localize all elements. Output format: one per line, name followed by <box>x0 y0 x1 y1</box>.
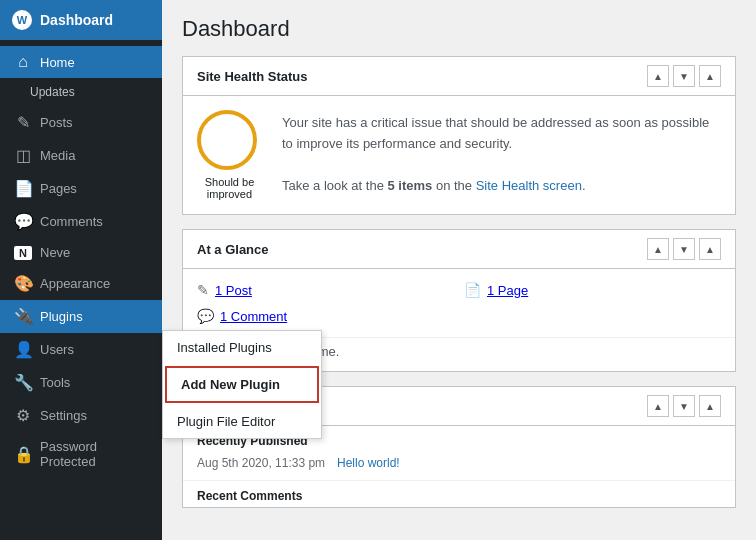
sidebar-item-media-label: Media <box>40 148 75 163</box>
post-icon: ✎ <box>197 282 209 298</box>
widget-at-a-glance-down-btn[interactable]: ▼ <box>673 238 695 260</box>
sidebar-item-home[interactable]: ⌂ Home <box>0 46 162 78</box>
glance-pages[interactable]: 📄 1 Page <box>464 279 721 301</box>
sidebar-item-users[interactable]: 👤 Users <box>0 333 162 366</box>
sidebar-item-comments-label: Comments <box>40 214 103 229</box>
posts-icon: ✎ <box>14 113 32 132</box>
sidebar-item-tools[interactable]: 🔧 Tools <box>0 366 162 399</box>
sidebar-item-plugins-label: Plugins <box>40 309 83 324</box>
widget-activity-collapse-btn[interactable]: ▲ <box>699 395 721 417</box>
glance-posts-link[interactable]: 1 Post <box>215 283 252 298</box>
sidebar-item-plugins[interactable]: 🔌 Plugins <box>0 300 162 333</box>
comments-icon: 💬 <box>14 212 32 231</box>
sidebar-item-settings[interactable]: ⚙ Settings <box>0 399 162 432</box>
sidebar: W Dashboard ⌂ Home Updates ✎ Posts ◫ Med… <box>0 0 162 540</box>
appearance-icon: 🎨 <box>14 274 32 293</box>
health-items-count: 5 items <box>387 178 432 193</box>
widget-site-health-controls: ▲ ▼ ▲ <box>647 65 721 87</box>
widget-activity-controls: ▲ ▼ ▲ <box>647 395 721 417</box>
widget-site-health-body: Should be improved Your site has a criti… <box>183 96 735 214</box>
sidebar-item-updates[interactable]: Updates <box>0 78 162 106</box>
health-description: Your site has a critical issue that shou… <box>282 113 721 196</box>
widget-site-health-header: Site Health Status ▲ ▼ ▲ <box>183 57 735 96</box>
health-text-main: Your site has a critical issue that shou… <box>282 115 709 151</box>
sidebar-item-neve[interactable]: N Neve <box>0 238 162 267</box>
health-label: Should be improved <box>197 176 262 200</box>
activity-post-link[interactable]: Hello world! <box>337 456 400 470</box>
sidebar-item-neve-label: Neve <box>40 245 70 260</box>
dropdown-item-plugin-file-editor[interactable]: Plugin File Editor <box>163 405 321 438</box>
widget-at-a-glance-controls: ▲ ▼ ▲ <box>647 238 721 260</box>
sidebar-item-home-label: Home <box>40 55 75 70</box>
widget-at-a-glance-header: At a Glance ▲ ▼ ▲ <box>183 230 735 269</box>
sidebar-nav: ⌂ Home Updates ✎ Posts ◫ Media 📄 Pages 💬… <box>0 40 162 482</box>
sidebar-item-posts-label: Posts <box>40 115 73 130</box>
page-icon: 📄 <box>464 282 481 298</box>
widget-site-health-title: Site Health Status <box>197 69 308 84</box>
sidebar-item-tools-label: Tools <box>40 375 70 390</box>
widget-activity-down-btn[interactable]: ▼ <box>673 395 695 417</box>
health-screen-link[interactable]: Site Health screen <box>476 178 582 193</box>
main-content: Dashboard Site Health Status ▲ ▼ ▲ Shoul… <box>162 0 756 540</box>
widget-at-a-glance-up-btn[interactable]: ▲ <box>647 238 669 260</box>
settings-icon: ⚙ <box>14 406 32 425</box>
sidebar-item-posts[interactable]: ✎ Posts <box>0 106 162 139</box>
sidebar-header-title: Dashboard <box>40 12 113 28</box>
activity-date: Aug 5th 2020, 11:33 pm <box>197 456 327 470</box>
page-title: Dashboard <box>182 16 736 42</box>
sidebar-item-pages[interactable]: 📄 Pages <box>0 172 162 205</box>
widget-site-health: Site Health Status ▲ ▼ ▲ Should be impro… <box>182 56 736 215</box>
activity-row: Aug 5th 2020, 11:33 pm Hello world! <box>197 454 721 472</box>
recent-comments-title: Recent Comments <box>183 480 735 507</box>
health-text-prefix: Take a look at the <box>282 178 388 193</box>
glance-pages-link[interactable]: 1 Page <box>487 283 528 298</box>
plugins-dropdown-menu: Installed Plugins Add New Plugin Plugin … <box>162 330 322 439</box>
sidebar-item-updates-label: Updates <box>30 85 75 99</box>
glance-comments-link[interactable]: 1 Comment <box>220 309 287 324</box>
media-icon: ◫ <box>14 146 32 165</box>
sidebar-item-appearance-label: Appearance <box>40 276 110 291</box>
sidebar-item-password-protected[interactable]: 🔒 PasswordProtected <box>0 432 162 476</box>
comment-icon: 💬 <box>197 308 214 324</box>
home-icon: ⌂ <box>14 53 32 71</box>
widget-activity-up-btn[interactable]: ▲ <box>647 395 669 417</box>
sidebar-item-appearance[interactable]: 🎨 Appearance <box>0 267 162 300</box>
health-text-mid: on the <box>432 178 475 193</box>
widget-site-health-down-btn[interactable]: ▼ <box>673 65 695 87</box>
glance-posts[interactable]: ✎ 1 Post <box>197 279 454 301</box>
sidebar-header[interactable]: W Dashboard <box>0 0 162 40</box>
sidebar-item-settings-label: Settings <box>40 408 87 423</box>
widget-at-a-glance-grid: ✎ 1 Post 📄 1 Page 💬 1 Comment <box>183 269 735 337</box>
widget-site-health-collapse-btn[interactable]: ▲ <box>699 65 721 87</box>
health-circle <box>197 110 257 170</box>
sidebar-item-pages-label: Pages <box>40 181 77 196</box>
widget-at-a-glance-title: At a Glance <box>197 242 269 257</box>
pages-icon: 📄 <box>14 179 32 198</box>
wp-logo: W <box>12 10 32 30</box>
widget-site-health-up-btn[interactable]: ▲ <box>647 65 669 87</box>
tools-icon: 🔧 <box>14 373 32 392</box>
sidebar-item-media[interactable]: ◫ Media <box>0 139 162 172</box>
users-icon: 👤 <box>14 340 32 359</box>
health-indicator: Should be improved <box>197 110 262 200</box>
glance-comments[interactable]: 💬 1 Comment <box>197 305 454 327</box>
dropdown-item-add-new-plugin[interactable]: Add New Plugin <box>165 366 319 403</box>
dropdown-item-installed-plugins[interactable]: Installed Plugins <box>163 331 321 364</box>
sidebar-item-users-label: Users <box>40 342 74 357</box>
lock-icon: 🔒 <box>14 445 32 464</box>
sidebar-item-comments[interactable]: 💬 Comments <box>0 205 162 238</box>
widget-at-a-glance-collapse-btn[interactable]: ▲ <box>699 238 721 260</box>
neve-icon: N <box>14 246 32 260</box>
sidebar-item-password-protected-label: PasswordProtected <box>40 439 97 469</box>
plugins-icon: 🔌 <box>14 307 32 326</box>
health-text-suffix: . <box>582 178 586 193</box>
